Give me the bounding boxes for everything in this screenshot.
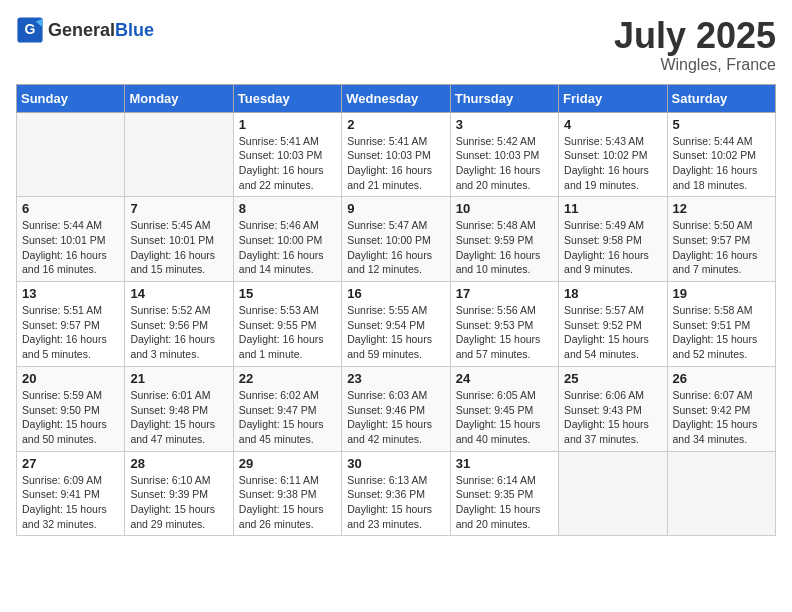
calendar-cell: 14Sunrise: 5:52 AM Sunset: 9:56 PM Dayli… <box>125 282 233 367</box>
logo-icon: G <box>16 16 44 44</box>
day-info: Sunrise: 6:02 AM Sunset: 9:47 PM Dayligh… <box>239 388 336 447</box>
calendar-cell: 26Sunrise: 6:07 AM Sunset: 9:42 PM Dayli… <box>667 366 775 451</box>
day-number: 24 <box>456 371 553 386</box>
day-number: 5 <box>673 117 770 132</box>
calendar-cell: 17Sunrise: 5:56 AM Sunset: 9:53 PM Dayli… <box>450 282 558 367</box>
day-info: Sunrise: 6:01 AM Sunset: 9:48 PM Dayligh… <box>130 388 227 447</box>
day-info: Sunrise: 5:58 AM Sunset: 9:51 PM Dayligh… <box>673 303 770 362</box>
week-row-5: 27Sunrise: 6:09 AM Sunset: 9:41 PM Dayli… <box>17 451 776 536</box>
day-info: Sunrise: 5:44 AM Sunset: 10:01 PM Daylig… <box>22 218 119 277</box>
day-number: 13 <box>22 286 119 301</box>
calendar-cell: 27Sunrise: 6:09 AM Sunset: 9:41 PM Dayli… <box>17 451 125 536</box>
calendar-cell: 25Sunrise: 6:06 AM Sunset: 9:43 PM Dayli… <box>559 366 667 451</box>
day-header-thursday: Thursday <box>450 84 558 112</box>
calendar-cell: 20Sunrise: 5:59 AM Sunset: 9:50 PM Dayli… <box>17 366 125 451</box>
calendar-cell: 2Sunrise: 5:41 AM Sunset: 10:03 PM Dayli… <box>342 112 450 197</box>
calendar-cell: 31Sunrise: 6:14 AM Sunset: 9:35 PM Dayli… <box>450 451 558 536</box>
day-info: Sunrise: 5:43 AM Sunset: 10:02 PM Daylig… <box>564 134 661 193</box>
day-number: 23 <box>347 371 444 386</box>
calendar-cell: 15Sunrise: 5:53 AM Sunset: 9:55 PM Dayli… <box>233 282 341 367</box>
calendar-cell: 13Sunrise: 5:51 AM Sunset: 9:57 PM Dayli… <box>17 282 125 367</box>
week-row-3: 13Sunrise: 5:51 AM Sunset: 9:57 PM Dayli… <box>17 282 776 367</box>
calendar-cell <box>667 451 775 536</box>
day-number: 2 <box>347 117 444 132</box>
day-info: Sunrise: 6:09 AM Sunset: 9:41 PM Dayligh… <box>22 473 119 532</box>
day-number: 19 <box>673 286 770 301</box>
calendar-cell: 30Sunrise: 6:13 AM Sunset: 9:36 PM Dayli… <box>342 451 450 536</box>
calendar-cell: 6Sunrise: 5:44 AM Sunset: 10:01 PM Dayli… <box>17 197 125 282</box>
day-info: Sunrise: 5:59 AM Sunset: 9:50 PM Dayligh… <box>22 388 119 447</box>
location-title: Wingles, France <box>614 56 776 74</box>
day-number: 9 <box>347 201 444 216</box>
calendar-cell: 1Sunrise: 5:41 AM Sunset: 10:03 PM Dayli… <box>233 112 341 197</box>
calendar-cell <box>559 451 667 536</box>
day-number: 29 <box>239 456 336 471</box>
day-number: 14 <box>130 286 227 301</box>
day-info: Sunrise: 6:14 AM Sunset: 9:35 PM Dayligh… <box>456 473 553 532</box>
day-info: Sunrise: 5:53 AM Sunset: 9:55 PM Dayligh… <box>239 303 336 362</box>
day-header-tuesday: Tuesday <box>233 84 341 112</box>
month-title: July 2025 <box>614 16 776 56</box>
day-number: 27 <box>22 456 119 471</box>
calendar-cell: 22Sunrise: 6:02 AM Sunset: 9:47 PM Dayli… <box>233 366 341 451</box>
day-header-monday: Monday <box>125 84 233 112</box>
day-header-sunday: Sunday <box>17 84 125 112</box>
day-number: 22 <box>239 371 336 386</box>
day-info: Sunrise: 5:48 AM Sunset: 9:59 PM Dayligh… <box>456 218 553 277</box>
day-info: Sunrise: 5:45 AM Sunset: 10:01 PM Daylig… <box>130 218 227 277</box>
day-info: Sunrise: 6:06 AM Sunset: 9:43 PM Dayligh… <box>564 388 661 447</box>
day-info: Sunrise: 5:57 AM Sunset: 9:52 PM Dayligh… <box>564 303 661 362</box>
day-number: 17 <box>456 286 553 301</box>
day-info: Sunrise: 5:52 AM Sunset: 9:56 PM Dayligh… <box>130 303 227 362</box>
title-block: July 2025 Wingles, France <box>614 16 776 74</box>
calendar-cell: 23Sunrise: 6:03 AM Sunset: 9:46 PM Dayli… <box>342 366 450 451</box>
day-number: 15 <box>239 286 336 301</box>
day-info: Sunrise: 5:56 AM Sunset: 9:53 PM Dayligh… <box>456 303 553 362</box>
week-row-1: 1Sunrise: 5:41 AM Sunset: 10:03 PM Dayli… <box>17 112 776 197</box>
day-info: Sunrise: 5:50 AM Sunset: 9:57 PM Dayligh… <box>673 218 770 277</box>
day-info: Sunrise: 5:55 AM Sunset: 9:54 PM Dayligh… <box>347 303 444 362</box>
day-number: 3 <box>456 117 553 132</box>
logo-general-text: General <box>48 20 115 40</box>
calendar-cell: 28Sunrise: 6:10 AM Sunset: 9:39 PM Dayli… <box>125 451 233 536</box>
day-info: Sunrise: 5:51 AM Sunset: 9:57 PM Dayligh… <box>22 303 119 362</box>
calendar-cell: 4Sunrise: 5:43 AM Sunset: 10:02 PM Dayli… <box>559 112 667 197</box>
day-header-wednesday: Wednesday <box>342 84 450 112</box>
logo: G GeneralBlue <box>16 16 154 44</box>
calendar-cell: 9Sunrise: 5:47 AM Sunset: 10:00 PM Dayli… <box>342 197 450 282</box>
day-info: Sunrise: 6:10 AM Sunset: 9:39 PM Dayligh… <box>130 473 227 532</box>
days-header-row: SundayMondayTuesdayWednesdayThursdayFrid… <box>17 84 776 112</box>
day-number: 26 <box>673 371 770 386</box>
day-number: 12 <box>673 201 770 216</box>
calendar-cell: 16Sunrise: 5:55 AM Sunset: 9:54 PM Dayli… <box>342 282 450 367</box>
calendar-cell: 3Sunrise: 5:42 AM Sunset: 10:03 PM Dayli… <box>450 112 558 197</box>
day-number: 25 <box>564 371 661 386</box>
calendar-cell: 29Sunrise: 6:11 AM Sunset: 9:38 PM Dayli… <box>233 451 341 536</box>
day-info: Sunrise: 5:47 AM Sunset: 10:00 PM Daylig… <box>347 218 444 277</box>
day-number: 30 <box>347 456 444 471</box>
calendar-cell: 7Sunrise: 5:45 AM Sunset: 10:01 PM Dayli… <box>125 197 233 282</box>
day-number: 28 <box>130 456 227 471</box>
day-number: 18 <box>564 286 661 301</box>
day-number: 31 <box>456 456 553 471</box>
day-info: Sunrise: 6:03 AM Sunset: 9:46 PM Dayligh… <box>347 388 444 447</box>
calendar-cell: 12Sunrise: 5:50 AM Sunset: 9:57 PM Dayli… <box>667 197 775 282</box>
day-info: Sunrise: 6:05 AM Sunset: 9:45 PM Dayligh… <box>456 388 553 447</box>
day-header-friday: Friday <box>559 84 667 112</box>
day-number: 7 <box>130 201 227 216</box>
day-number: 10 <box>456 201 553 216</box>
calendar-table: SundayMondayTuesdayWednesdayThursdayFrid… <box>16 84 776 537</box>
day-info: Sunrise: 5:41 AM Sunset: 10:03 PM Daylig… <box>347 134 444 193</box>
week-row-4: 20Sunrise: 5:59 AM Sunset: 9:50 PM Dayli… <box>17 366 776 451</box>
day-info: Sunrise: 5:44 AM Sunset: 10:02 PM Daylig… <box>673 134 770 193</box>
day-info: Sunrise: 5:46 AM Sunset: 10:00 PM Daylig… <box>239 218 336 277</box>
week-row-2: 6Sunrise: 5:44 AM Sunset: 10:01 PM Dayli… <box>17 197 776 282</box>
calendar-cell: 21Sunrise: 6:01 AM Sunset: 9:48 PM Dayli… <box>125 366 233 451</box>
calendar-cell: 10Sunrise: 5:48 AM Sunset: 9:59 PM Dayli… <box>450 197 558 282</box>
day-header-saturday: Saturday <box>667 84 775 112</box>
day-info: Sunrise: 5:42 AM Sunset: 10:03 PM Daylig… <box>456 134 553 193</box>
day-info: Sunrise: 5:49 AM Sunset: 9:58 PM Dayligh… <box>564 218 661 277</box>
calendar-cell <box>125 112 233 197</box>
calendar-cell: 5Sunrise: 5:44 AM Sunset: 10:02 PM Dayli… <box>667 112 775 197</box>
page-header: G GeneralBlue July 2025 Wingles, France <box>16 16 776 74</box>
